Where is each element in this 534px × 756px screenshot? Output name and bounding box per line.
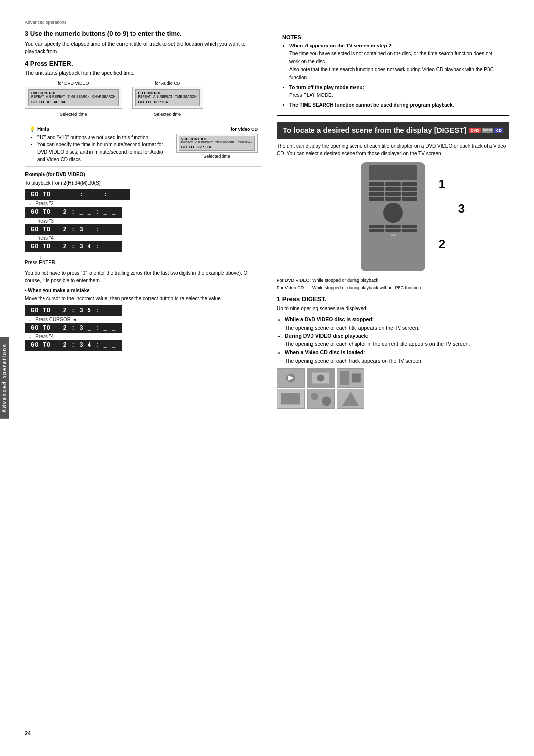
step3-title: 3 Use the numeric buttons (0 to 9) to en…: [25, 30, 262, 37]
playback-table: For DVD VIDEO: While stopped or during p…: [277, 276, 423, 291]
for-video-cd-label: for Video CD: [231, 127, 258, 132]
remote-bottom-btn: [369, 229, 384, 232]
bullet-text-3: The opening scene of each track appears …: [285, 358, 423, 364]
badge-cd: CD: [494, 128, 503, 133]
thumb-4: [277, 389, 305, 409]
bullet-bold-1: While a DVD VIDEO disc is stopped:: [285, 316, 374, 322]
vcd-selected-time: Selected time: [176, 154, 258, 159]
audio-label: for Audio CD: [155, 81, 180, 86]
svg-rect-8: [352, 373, 361, 382]
remote-top: [369, 165, 417, 180]
remote-bottom-btns: [369, 225, 417, 232]
badge-dvd: DVD: [469, 128, 481, 133]
remote-btn: [369, 187, 384, 191]
notes-box: NOTES When ↺ appears on the TV screen in…: [277, 30, 509, 116]
remote-bottom-btn: [385, 229, 400, 232]
right-column: NOTES When ↺ appears on the TV screen in…: [277, 30, 509, 725]
bullet-item-2: During DVD VIDEO disc playback: The open…: [285, 332, 509, 349]
bullet-item-1: While a DVD VIDEO disc is stopped: The o…: [285, 315, 509, 332]
section-title: To locate a desired scene from the displ…: [283, 126, 466, 135]
thumb-svg-3: [337, 369, 364, 387]
disc-badges: DVD Video CD: [469, 128, 503, 133]
hints-list: "10" and "+10" buttons are not used in t…: [29, 134, 171, 163]
thumb-svg-2: [308, 369, 334, 387]
example-sub: To playback from 2(H):34(M):00(S): [25, 179, 262, 187]
dvd-screen-inner: DVD CONTROL REPEAT A-B REPEAT TIME SEARC…: [28, 89, 119, 106]
dvd-selected-time: Selected time: [46, 110, 100, 119]
press-4-arrow: ↓ Press "4".: [29, 334, 57, 339]
remote-bottom-btn: [385, 225, 400, 228]
remote-bottom-btn: [402, 229, 417, 232]
remote-btn: [369, 182, 384, 186]
cd-screen: CD CONTROL REPEAT A-B REPEAT TIME SEARCH…: [132, 87, 203, 109]
playback-vcd-value: While stopped or during playback without…: [312, 284, 423, 292]
goto-step-3: GO TO 2 : 3 _ : _ _: [25, 224, 122, 235]
remote-dpad: [383, 203, 403, 223]
press-enter-label: ↓Press ENTER: [25, 254, 55, 265]
step4-title: 4 Press ENTER.: [25, 60, 262, 67]
svg-point-5: [317, 374, 324, 381]
remote-btn: [402, 182, 417, 186]
bullet-bold-3: When a Video CD disc is loaded:: [285, 349, 365, 355]
side-tab: Advanced operations: [0, 337, 9, 419]
bullet-text-1: The opening scene of each title appears …: [285, 325, 419, 331]
remote-control: JVC: [361, 162, 425, 271]
cd-screen-col: for Audio CD CD CONTROL REPEAT A-B REPEA…: [132, 81, 203, 119]
section-header: To locate a desired scene from the displ…: [277, 122, 509, 139]
press-arrow-3: ↓ Press "4".: [29, 236, 57, 241]
when-mistake-title: • When you make a mistake: [25, 288, 262, 293]
press-arrow-2: ↓ Press "3".: [29, 218, 57, 224]
hint-item: You can specify the time in hour/minute/…: [37, 141, 171, 163]
note-line-1b: Also note that the time search function …: [289, 67, 494, 80]
thumb-5: [307, 389, 335, 409]
notes-list: When ↺ appears on the TV screen in step …: [282, 42, 504, 109]
note-bold-2: To turn off the play mode menu:: [289, 85, 364, 90]
mistake-step-3: GO TO 2 : 3 4 : _ _: [25, 340, 122, 351]
thumb-6: [337, 389, 364, 409]
body-after: You do not have to press "0" to enter th…: [25, 269, 262, 284]
playback-dvd-value: While stopped or during playback: [312, 276, 423, 284]
playback-row-dvd: For DVD VIDEO: While stopped or during p…: [277, 276, 423, 284]
badge-video: Video: [482, 128, 494, 133]
remote-btn: [402, 192, 417, 196]
goto-step-4: GO TO 2 : 3 4 : _ _: [25, 241, 122, 252]
thumb-1: [277, 368, 305, 388]
note-bold-3: The TIME SEARCH function cannot be used …: [289, 102, 454, 108]
press-cursor-arrow: ↓ Press CURSOR ◄.: [29, 317, 78, 322]
remote-btn: [369, 192, 384, 196]
breadcrumb: Advanced operations: [25, 20, 509, 25]
dvd-screen-col: for DVD VIDEO DVD CONTROL REPEAT A-B REP…: [25, 81, 122, 119]
svg-point-13: [322, 396, 331, 406]
goto-sequence: GO TO _ _ : _ _ : _ _ ↓ Press "2". GO TO…: [25, 189, 262, 265]
cd-screen-inner: CD CONTROL REPEAT A-B REPEAT TIME SEARCH…: [135, 89, 200, 106]
num-label-2: 2: [439, 237, 445, 251]
svg-point-12: [311, 392, 318, 400]
playback-info: For DVD VIDEO: While stopped or during p…: [277, 276, 509, 291]
step1-body: Up to nine opening scenes are displayed.: [277, 305, 509, 312]
playback-row-vcd: For Video CD: While stopped or during pl…: [277, 284, 423, 292]
num-label-3: 3: [458, 202, 465, 216]
goto-step-2: GO TO 2 : _ _ : _ _: [25, 207, 122, 218]
thumb-svg-5: [308, 389, 334, 408]
example-title: Example (for DVD VIDEO): [25, 172, 262, 177]
thumb-svg-4: [277, 389, 304, 408]
thumb-svg-1: [277, 369, 304, 387]
note-line-1a: The time you have selected is not contai…: [289, 51, 492, 64]
step3-body: You can specify the elapsed time of the …: [25, 40, 262, 56]
remote-btn: [402, 187, 417, 191]
thumb-svg-6: [337, 389, 364, 408]
thumb-3: [337, 368, 364, 388]
dvd-label: for DVD VIDEO: [58, 81, 89, 86]
svg-rect-10: [281, 393, 300, 404]
remote-btn: [402, 197, 417, 201]
note-item-3: The TIME SEARCH function cannot be used …: [289, 101, 504, 109]
intro-text: The unit can display the opening scene o…: [277, 142, 509, 157]
remote-bottom-btn: [402, 225, 417, 228]
hints-box: 💡 Hints for Video CD "10" and "+10" butt…: [25, 123, 262, 167]
dvd-screen: DVD CONTROL REPEAT A-B REPEAT TIME SEARC…: [25, 87, 122, 109]
note-bold-1: When ↺ appears on the TV screen in step …: [289, 43, 393, 48]
thumbnail-grid: [277, 368, 366, 409]
playback-dvd-label: For DVD VIDEO:: [277, 276, 312, 284]
when-mistake-body: Move the cursor to the incorrect value, …: [25, 295, 262, 302]
hint-item: "10" and "+10" buttons are not used in t…: [37, 134, 171, 141]
